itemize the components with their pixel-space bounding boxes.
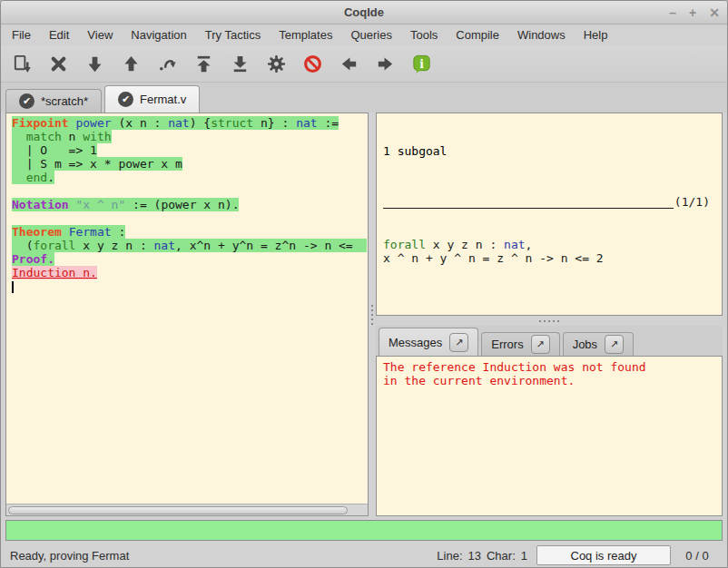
char-label: Char: (487, 549, 516, 563)
code-line: Notation "x ^ n" := (power x n). (12, 198, 367, 211)
doc-tab-label: Fermat.v (140, 93, 186, 106)
code-line: | S m => x * power x m (12, 157, 367, 171)
goto-cursor-icon[interactable] (155, 52, 179, 75)
go-to-end-icon[interactable] (228, 52, 251, 75)
window-title: CoqIde (1, 5, 727, 19)
detach-icon[interactable]: ↗ (531, 335, 550, 354)
text-cursor (12, 281, 14, 293)
step-backward-icon[interactable] (119, 52, 143, 75)
close-icon[interactable]: ✕ (709, 6, 720, 19)
document-tab-strip: ✔*scratch*✔Fermat.v (1, 83, 727, 113)
code-line: Fixpoint power (x n : nat) {struct n} : … (12, 116, 367, 130)
previous-icon[interactable] (337, 52, 360, 75)
code-line: Induction n. (12, 266, 367, 279)
message-tab-label: Messages (389, 336, 442, 349)
menu-item-templates[interactable]: Templates (270, 26, 341, 44)
doc-tab-scratch[interactable]: ✔*scratch* (5, 89, 102, 113)
toolbar: i (1, 45, 727, 83)
go-to-start-icon[interactable] (192, 52, 215, 75)
code-line: | O => 1 (12, 143, 367, 157)
check-icon: ✔ (118, 92, 133, 107)
goal-header: 1 subgoal (383, 144, 715, 158)
menu-item-windows[interactable]: Windows (508, 26, 575, 44)
detach-icon[interactable]: ↗ (605, 335, 624, 354)
menu-item-file[interactable]: File (3, 26, 40, 44)
right-column: 1 subgoal (1/1) forall x y z n : nat,x ^… (376, 113, 723, 516)
main-area: Fixpoint power (x n : nat) {struct n} : … (1, 113, 727, 516)
line-label: Line: (437, 549, 462, 563)
menu-item-edit[interactable]: Edit (40, 26, 78, 44)
goal-counter: (1/1) (674, 195, 710, 209)
editor-horizontal-scrollbar[interactable] (6, 504, 368, 515)
gear-icon[interactable] (264, 52, 288, 75)
code-line: Theorem Fermat : (12, 225, 367, 239)
status-bar: Ready, proving Fermat Line: 13 Char: 1 C… (1, 544, 727, 567)
save-icon[interactable] (10, 52, 34, 75)
svg-text:i: i (419, 56, 424, 70)
coqide-window: CoqIde – + ✕ FileEditViewNavigationTry T… (0, 0, 728, 568)
script-editor[interactable]: Fixpoint power (x n : nat) {struct n} : … (6, 113, 368, 504)
menu-bar: FileEditViewNavigationTry TacticsTemplat… (1, 24, 727, 45)
goal-text: forall x y z n : nat,x ^ n + y ^ n = z ^… (383, 238, 715, 265)
message-line: in the current environment. (383, 374, 715, 387)
message-tab-errors[interactable]: Errors↗ (481, 332, 559, 356)
status-right: Line: 13 Char: 1 Coq is ready 0 / 0 (437, 545, 718, 565)
menu-item-compile[interactable]: Compile (447, 26, 508, 44)
title-bar[interactable]: CoqIde – + ✕ (1, 1, 727, 24)
horizontal-splitter[interactable] (376, 316, 723, 326)
vertical-splitter[interactable] (369, 113, 376, 516)
code-line: (forall x y z n : nat, x^n + y^n = z^n -… (12, 239, 367, 252)
slots-counter: 0 / 0 (676, 549, 718, 563)
menu-item-navigation[interactable]: Navigation (122, 26, 195, 44)
doc-tab-label: *scratch* (41, 94, 88, 108)
line-value: 13 (468, 549, 481, 563)
code-line (12, 279, 367, 293)
goal-separator: (1/1) (383, 195, 710, 209)
message-tab-jobs[interactable]: Jobs↗ (563, 332, 634, 356)
window-controls: – + ✕ (669, 1, 720, 24)
goal-panel: 1 subgoal (1/1) forall x y z n : nat,x ^… (376, 113, 723, 316)
maximize-icon[interactable]: + (689, 6, 696, 19)
scrollbar-thumb[interactable] (8, 506, 348, 514)
about-icon[interactable]: i (409, 52, 433, 75)
goal-separator-line (383, 200, 674, 209)
doc-tab-fermatv[interactable]: ✔Fermat.v (104, 85, 200, 113)
code-line (12, 184, 367, 198)
code-line: end. (12, 171, 367, 184)
step-forward-icon[interactable] (83, 52, 106, 75)
minimize-icon[interactable]: – (669, 6, 676, 19)
goal-line: x ^ n + y ^ n = z ^ n -> n <= 2 (383, 251, 715, 265)
menu-item-queries[interactable]: Queries (341, 26, 401, 44)
code-line: match n with (12, 130, 367, 143)
coq-status-button[interactable]: Coq is ready (536, 545, 671, 565)
detach-icon[interactable]: ↗ (449, 333, 468, 352)
message-tab-messages[interactable]: Messages↗ (379, 328, 478, 356)
check-icon: ✔ (19, 93, 34, 109)
progress-bar (5, 520, 723, 541)
message-line: The reference Induction was not found (383, 360, 715, 374)
message-tab-label: Errors (491, 338, 523, 351)
interrupt-icon[interactable] (300, 52, 324, 75)
code-line (12, 211, 367, 225)
message-tab-strip: Messages↗Errors↗Jobs↗ (376, 326, 723, 356)
message-tab-label: Jobs (573, 338, 597, 351)
menu-item-view[interactable]: View (78, 26, 122, 44)
goal-line: forall x y z n : nat, (383, 238, 715, 251)
menu-item-tools[interactable]: Tools (401, 26, 447, 44)
close-x-icon[interactable] (46, 52, 70, 75)
char-value: 1 (521, 549, 527, 563)
menu-item-help[interactable]: Help (575, 26, 617, 44)
menu-item-try-tactics[interactable]: Try Tactics (196, 26, 270, 44)
status-message: Ready, proving Fermat (10, 549, 437, 563)
script-editor-panel: Fixpoint power (x n : nat) {struct n} : … (5, 113, 369, 516)
code-line: Proof. (12, 252, 367, 266)
messages-panel: The reference Induction was not foundin … (376, 356, 723, 516)
next-icon[interactable] (373, 52, 397, 75)
